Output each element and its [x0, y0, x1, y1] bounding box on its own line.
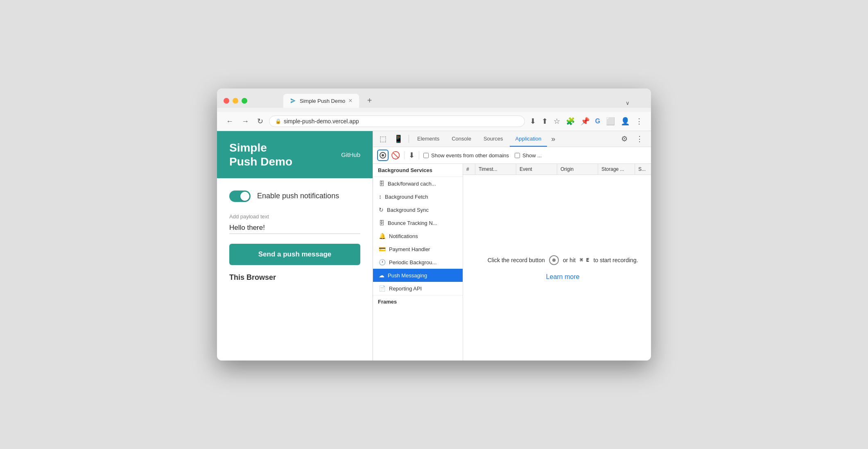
record-message-suffix: or hit — [563, 257, 576, 263]
back-button[interactable]: ← — [224, 116, 236, 127]
url-text: simple-push-demo.vercel.app — [284, 118, 519, 125]
lock-icon: 🔒 — [275, 118, 281, 124]
more-tabs-icon[interactable]: » — [548, 132, 558, 147]
menu-icon[interactable]: ⋮ — [634, 115, 644, 127]
sidebar-item-label: Push Messaging — [388, 272, 427, 279]
refresh-button[interactable]: ↻ — [255, 115, 266, 127]
browser-window: Simple Push Demo × + ∨ ← → ↻ 🔒 simple-pu… — [217, 88, 651, 361]
fetch-icon: ↕ — [379, 193, 382, 200]
sidebar-item-back-forward-cache[interactable]: 🗄 Back/forward cach... — [373, 177, 463, 190]
devtools-main: Background Services 🗄 Back/forward cach.… — [373, 164, 651, 361]
new-tab-button[interactable]: + — [362, 93, 377, 108]
sidebar-item-label: Bounce Tracking N... — [388, 220, 437, 226]
profile-icon[interactable]: 📌 — [579, 115, 591, 127]
tab-application[interactable]: Application — [510, 132, 547, 147]
maximize-button[interactable] — [242, 98, 247, 104]
push-notifications-toggle-row: Enable push notifications — [229, 190, 360, 202]
push-notifications-toggle[interactable] — [229, 190, 251, 202]
site-body: Enable push notifications Add payload te… — [217, 178, 373, 290]
download-button[interactable]: ⬇ — [409, 151, 415, 160]
record-button-inline — [549, 255, 559, 265]
learn-more-link[interactable]: Learn more — [546, 273, 580, 281]
toolbar-separator-2 — [419, 151, 419, 159]
devtools-actions: ⚙ ⋮ × — [618, 132, 651, 146]
payload-section: Add payload text — [229, 213, 360, 234]
sidebar-item-label: Background Fetch — [385, 194, 428, 200]
show-events-checkbox[interactable] — [423, 153, 429, 158]
devtools-toolbar: 🚫 ⬇ Show events from other domains Show … — [373, 147, 651, 164]
payload-label: Add payload text — [229, 213, 360, 220]
download-icon[interactable]: ⬇ — [528, 115, 538, 127]
sync-icon: ↻ — [379, 206, 384, 213]
tab-console[interactable]: Console — [446, 132, 477, 147]
forward-button[interactable]: → — [239, 116, 251, 127]
devtools-content: # Timest... Event Origin Storage ... S..… — [463, 164, 651, 361]
tab-sources[interactable]: Sources — [478, 132, 509, 147]
extensions-icon[interactable]: 🧩 — [564, 115, 576, 127]
col-event: Event — [516, 164, 557, 175]
show-events-label: Show events from other domains — [431, 152, 509, 159]
sidebar-item-periodic-background[interactable]: 🕐 Periodic Backgrou... — [373, 256, 463, 269]
sidebar-item-background-sync[interactable]: ↻ Background Sync — [373, 203, 463, 216]
google-icon[interactable]: G — [594, 116, 602, 127]
sidebar-item-label: Payment Handler — [389, 246, 430, 252]
sidebar-item-background-fetch[interactable]: ↕ Background Fetch — [373, 190, 463, 203]
site-header: Simple Push Demo GitHub — [217, 131, 373, 178]
device-mode-icon[interactable]: 📱 — [391, 131, 406, 147]
devtools-panel: ⬚ 📱 Elements Console Sources Application… — [373, 131, 651, 361]
close-button[interactable] — [224, 98, 229, 104]
toolbar-separator — [404, 151, 405, 159]
navigation-bar: ← → ↻ 🔒 simple-push-demo.vercel.app ⬇ ⬆ … — [217, 112, 651, 131]
record-dot-inline — [552, 259, 556, 262]
share-icon[interactable]: ⬆ — [540, 115, 549, 127]
clear-button[interactable]: 🚫 — [391, 151, 400, 160]
periodic-icon: 🕐 — [379, 259, 386, 265]
payment-icon: 💳 — [379, 246, 386, 252]
address-bar[interactable]: 🔒 simple-push-demo.vercel.app — [269, 116, 525, 127]
main-content: Simple Push Demo GitHub Enable push noti… — [217, 131, 651, 361]
tab-favicon — [290, 98, 296, 104]
send-push-button[interactable]: Send a push message — [229, 244, 360, 265]
record-button[interactable] — [377, 150, 389, 161]
record-dot — [382, 154, 384, 156]
active-tab[interactable]: Simple Push Demo × — [283, 94, 359, 108]
tab-close-button[interactable]: × — [348, 97, 352, 104]
site-title: Simple Push Demo — [229, 141, 292, 168]
record-message: Click the record button or hit ⌘ E to st… — [488, 255, 638, 265]
tab-elements[interactable]: Elements — [411, 132, 445, 147]
tab-list-button[interactable]: ∨ — [622, 98, 633, 108]
sidebar-item-label: Periodic Backgrou... — [389, 259, 436, 265]
devtools-close-icon[interactable]: × — [648, 132, 651, 146]
sidebar-item-bounce-tracking[interactable]: 🗄 Bounce Tracking N... — [373, 216, 463, 229]
sidebar-item-payment-handler[interactable]: 💳 Payment Handler — [373, 243, 463, 256]
github-link[interactable]: GitHub — [341, 151, 360, 158]
sidebar-item-notifications[interactable]: 🔔 Notifications — [373, 229, 463, 243]
show-checkbox-row[interactable]: Show ... — [515, 152, 542, 159]
bookmark-icon[interactable]: ☆ — [552, 115, 562, 127]
minimize-button[interactable] — [233, 98, 238, 104]
split-screen-icon[interactable]: ⬜ — [604, 115, 617, 127]
show-events-checkbox-row[interactable]: Show events from other domains — [423, 152, 509, 159]
user-icon[interactable]: 👤 — [619, 115, 631, 127]
record-inner — [380, 152, 386, 159]
sidebar-item-reporting-api[interactable]: 📄 Reporting API — [373, 282, 463, 295]
devtools-tab-bar: ⬚ 📱 Elements Console Sources Application… — [373, 131, 651, 147]
nav-actions: ⬇ ⬆ ☆ 🧩 📌 G ⬜ 👤 ⋮ — [528, 115, 644, 127]
report-icon: 📄 — [379, 285, 386, 292]
col-number: # — [463, 164, 475, 175]
show-checkbox[interactable] — [515, 153, 520, 158]
sidebar-item-push-messaging[interactable]: ☁ Push Messaging — [373, 269, 463, 282]
sidebar-section-frames: Frames — [373, 295, 463, 308]
devtools-sidebar: Background Services 🗄 Back/forward cach.… — [373, 164, 463, 361]
table-header: # Timest... Event Origin Storage ... S..… — [463, 164, 651, 175]
to-start-text: to start recording. — [593, 257, 638, 263]
devtools-more-icon[interactable]: ⋮ — [633, 132, 646, 146]
payload-input[interactable] — [229, 222, 360, 234]
toggle-label: Enable push notifications — [257, 191, 339, 201]
col-s: S... — [635, 164, 651, 175]
devtools-settings-icon[interactable]: ⚙ — [618, 132, 631, 146]
database-icon: 🗄 — [379, 180, 384, 187]
show-label: Show ... — [522, 152, 542, 159]
empty-state: Click the record button or hit ⌘ E to st… — [463, 175, 651, 361]
inspector-icon[interactable]: ⬚ — [376, 131, 390, 147]
